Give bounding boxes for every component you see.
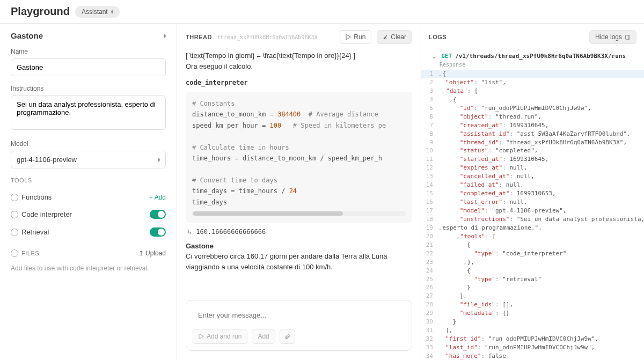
horizontal-scrollbar[interactable] bbox=[192, 211, 406, 216]
logs-panel: LOGS Hide logs ⌄ GET/v1/threads/thread_x… bbox=[421, 24, 644, 359]
log-line: 24 { bbox=[421, 267, 644, 275]
log-line: 17 "model": "gpt-4-1106-preview", bbox=[421, 207, 644, 215]
assistant-name-heading: Gastone bbox=[11, 31, 43, 40]
log-line: 14 "failed_at": null, bbox=[421, 181, 644, 189]
code-block: # Constants distance_to_moon_km = 384400… bbox=[186, 92, 412, 223]
log-line: 15 "completed_at": 1699310653, bbox=[421, 189, 644, 198]
add-button[interactable]: Add bbox=[252, 329, 275, 344]
log-line: 11 "started_at": 1699310645, bbox=[421, 155, 644, 164]
log-line: 9 "thread_id": "thread_xsPfU0k8Hr6q0aTN6… bbox=[421, 138, 644, 147]
message-input[interactable] bbox=[193, 307, 405, 324]
log-line: 4 ⌄{ bbox=[421, 95, 644, 104]
composer: Add and run Add bbox=[186, 300, 412, 351]
mode-pill-label: Assistant bbox=[82, 8, 108, 16]
log-line: 23 ⌄}, bbox=[421, 258, 644, 267]
log-line: 29 "metadata": {} bbox=[421, 309, 644, 318]
logs-label: LOGS bbox=[429, 34, 447, 40]
model-select[interactable]: gpt-4-1106-preview ▴▾ bbox=[11, 151, 166, 168]
clear-button[interactable]: Clear bbox=[377, 30, 412, 44]
assistant-name: Gastone bbox=[186, 242, 214, 250]
info-icon bbox=[11, 229, 18, 236]
topbar: Playground Assistant ▴▾ bbox=[0, 0, 644, 24]
thread-panel: THREAD thread_xsPfU0k8Hr6q0aTN6Ab9BK3X R… bbox=[177, 24, 421, 359]
code-interpreter-toggle[interactable] bbox=[150, 210, 166, 219]
broom-icon bbox=[383, 34, 388, 40]
log-line: 30 } bbox=[421, 318, 644, 326]
log-line: 7 "created_at": 1699310645, bbox=[421, 121, 644, 130]
instructions-input[interactable]: Sei un data analyst professionista, espe… bbox=[11, 95, 166, 130]
chevron-updown-icon: ▴▾ bbox=[158, 158, 160, 162]
message-text: Ci vorrebbero circa 160.17 giorni per an… bbox=[186, 251, 412, 272]
log-line: 33 "last_id": "run_odoPMIUPJwHmIDVC0ChjJ… bbox=[421, 343, 644, 352]
assistant-message: Gastone Ci vorrebbero circa 160.17 giorn… bbox=[186, 241, 412, 273]
play-icon bbox=[199, 334, 204, 339]
log-line: 25 "type": "retrieval" bbox=[421, 275, 644, 284]
tool-code-interpreter-label: Code interpreter bbox=[21, 210, 72, 218]
tool-code-interpreter-row: Code interpreter bbox=[11, 205, 166, 223]
model-value: gpt-4-1106-preview bbox=[17, 156, 77, 164]
info-icon bbox=[11, 194, 18, 201]
model-label: Model bbox=[11, 140, 166, 148]
thread-id: thread_xsPfU0k8Hr6q0aTN6Ab9BK3X bbox=[217, 34, 318, 40]
endpoint-path: /v1/threads/thread_xsPfU0k8Hr6q0aTN6Ab9B… bbox=[455, 53, 626, 60]
log-line: 16 "last_error": null, bbox=[421, 198, 644, 207]
panel-icon bbox=[625, 34, 631, 40]
log-line: 6 "object": "thread.run", bbox=[421, 113, 644, 121]
hide-logs-button[interactable]: Hide logs bbox=[589, 30, 636, 44]
code-output: ↳160.16666666666666 bbox=[186, 226, 412, 241]
log-line: 27 ], bbox=[421, 292, 644, 300]
upload-button[interactable]: ↥ Upload bbox=[138, 249, 166, 257]
chevron-updown-icon: ▴▾ bbox=[111, 10, 113, 14]
log-line: 10 "status": "completed", bbox=[421, 146, 644, 155]
tools-section-label: TOOLS bbox=[11, 177, 166, 183]
paperclip-icon bbox=[284, 334, 290, 340]
endpoint-line[interactable]: ⌄ GET/v1/threads/thread_xsPfU0k8Hr6q0aTN… bbox=[421, 50, 644, 61]
log-line: 22 "type": "code_interpreter" bbox=[421, 249, 644, 258]
log-line: 28 "file_ids": [], bbox=[421, 300, 644, 309]
play-icon bbox=[346, 34, 351, 40]
log-line: 5 "id": "run_odoPMIUPJwHmIDVC0ChjJw9w", bbox=[421, 104, 644, 113]
sidebar: Gastone ▴▾ Name Instructions Sei un data… bbox=[0, 24, 177, 359]
assistant-message: [ \text{Tempo in giorni} = \frac{\text{T… bbox=[186, 50, 412, 71]
files-section-label: FILES bbox=[21, 250, 39, 256]
caret-down-icon: ⌄ bbox=[432, 53, 436, 60]
log-line: 21 { bbox=[421, 241, 644, 249]
log-line: 18 "instructions": "Sei un data analyst … bbox=[421, 215, 644, 224]
page-title: Playground bbox=[11, 5, 70, 18]
tool-retrieval-row: Retrieval bbox=[11, 223, 166, 241]
log-line: 34 "has_more": false bbox=[421, 352, 644, 359]
response-label: Response bbox=[421, 61, 644, 70]
add-function-button[interactable]: + Add bbox=[149, 194, 166, 201]
log-line: 26 } bbox=[421, 283, 644, 292]
log-line: 12 "expires_at": null, bbox=[421, 164, 644, 172]
log-line: 20 ⌄"tools": [ bbox=[421, 232, 644, 241]
log-line: 3 ⌄"data": [ bbox=[421, 87, 644, 95]
svg-rect-0 bbox=[625, 35, 630, 39]
add-and-run-button[interactable]: Add and run bbox=[193, 329, 247, 344]
instructions-label: Instructions bbox=[11, 85, 166, 92]
tool-functions-label: Functions bbox=[21, 193, 52, 201]
message-line: [ \text{Tempo in giorni} = \frac{\text{T… bbox=[186, 50, 412, 61]
log-line: 1⌄{ bbox=[421, 70, 644, 78]
thread-label: THREAD bbox=[186, 34, 212, 40]
info-icon bbox=[11, 211, 18, 218]
log-line: 32 "first_id": "run_odoPMIUPJwHmIDVC0Chj… bbox=[421, 335, 644, 343]
mode-pill[interactable]: Assistant ▴▾ bbox=[75, 6, 120, 18]
log-line: 8 "assistant_id": "asst_5W3aAf4KaZarvfRT… bbox=[421, 130, 644, 138]
files-hint: Add files to use with code interpreter o… bbox=[11, 265, 166, 272]
tool-retrieval-label: Retrieval bbox=[21, 228, 49, 236]
info-icon bbox=[11, 249, 18, 257]
chevron-updown-icon[interactable]: ▴▾ bbox=[164, 34, 166, 38]
log-line: 2 "object": "list", bbox=[421, 78, 644, 87]
run-button[interactable]: Run bbox=[340, 30, 371, 44]
name-input[interactable] bbox=[11, 58, 166, 76]
retrieval-toggle[interactable] bbox=[150, 227, 166, 237]
log-line: 31 ], bbox=[421, 326, 644, 335]
code-interpreter-label: code_interpreter bbox=[186, 79, 412, 86]
response-body[interactable]: 1⌄{2 "object": "list",3 ⌄"data": [4 ⌄{5 … bbox=[421, 70, 644, 359]
message-line: Ora eseguo il calcolo. bbox=[186, 61, 412, 72]
log-line: 19⌄esperto di programmazione.", bbox=[421, 224, 644, 232]
attach-button[interactable] bbox=[280, 329, 295, 344]
http-method: GET bbox=[441, 53, 452, 60]
name-label: Name bbox=[11, 48, 166, 55]
